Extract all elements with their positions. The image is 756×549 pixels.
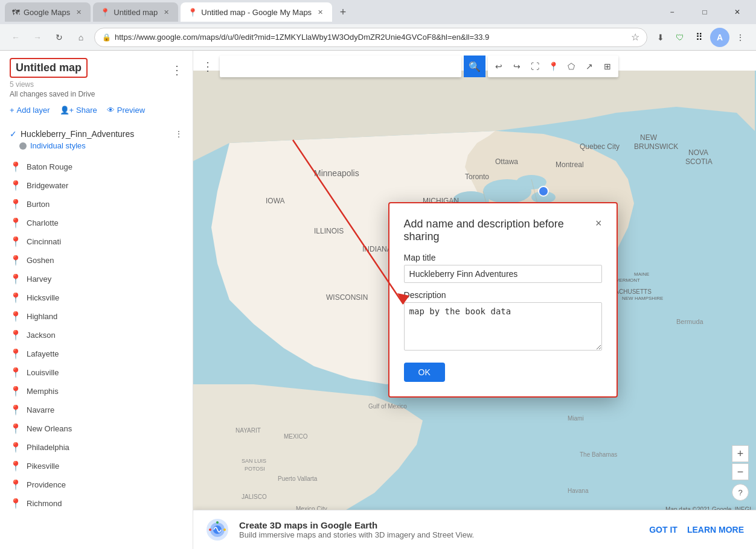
location-name: Cincinnati xyxy=(27,237,61,246)
pin-icon: 📍 xyxy=(10,273,22,285)
location-name: Baton Rouge xyxy=(27,162,72,171)
style-row[interactable]: Individual styles xyxy=(10,139,183,153)
apps-icon[interactable]: ⠿ xyxy=(691,29,708,46)
pin-icon: 📍 xyxy=(10,311,22,322)
list-item[interactable]: 📍 Navarre xyxy=(0,401,193,419)
list-item[interactable]: 📍 Charlotte xyxy=(0,214,193,232)
redo-tool[interactable]: ↪ xyxy=(508,58,525,75)
list-item[interactable]: 📍 Memphis xyxy=(0,382,193,401)
url-text: https://www.google.com/maps/d/u/0/edit?m… xyxy=(115,33,489,42)
forward-button[interactable]: → xyxy=(29,29,46,46)
list-item[interactable]: 📍 Philadelphia xyxy=(0,438,193,457)
list-item[interactable]: 📍 Burton xyxy=(0,195,193,214)
profile-avatar[interactable]: A xyxy=(710,28,729,47)
minimize-button[interactable]: − xyxy=(658,2,686,22)
tab-untitled-map-active[interactable]: 📍 Untitled map - Google My Maps ✕ xyxy=(181,2,332,22)
pin-icon: 📍 xyxy=(10,423,22,434)
style-icon xyxy=(19,142,27,150)
description-textarea[interactable]: map by the book data xyxy=(404,302,602,351)
layer-section: ✓ Huckleberry_Finn_Adventures ⋮ Individu… xyxy=(0,124,193,157)
list-item[interactable]: 📍 Louisville xyxy=(0,363,193,382)
svg-text:Montreal: Montreal xyxy=(556,160,584,169)
notification-actions: GOT IT LEARN MORE xyxy=(649,525,744,535)
close-button[interactable]: ✕ xyxy=(723,2,751,22)
downloads-icon[interactable]: ⬇ xyxy=(652,29,669,46)
list-item[interactable]: 📍 Jackson xyxy=(0,326,193,344)
zoom-in-button[interactable]: + xyxy=(732,445,749,462)
pin-tool[interactable]: 📍 xyxy=(545,58,562,75)
reload-button[interactable]: ↻ xyxy=(51,29,68,46)
location-name: Louisville xyxy=(27,368,59,377)
got-it-button[interactable]: GOT IT xyxy=(649,525,678,535)
preview-button[interactable]: 👁 Preview xyxy=(107,106,145,115)
location-name: Bridgewater xyxy=(27,181,68,190)
list-item[interactable]: 📍 Baton Rouge xyxy=(0,157,193,176)
undo-tool[interactable]: ↩ xyxy=(490,58,507,75)
svg-text:Miami: Miami xyxy=(568,415,584,422)
svg-text:ILLINOIS: ILLINOIS xyxy=(314,227,344,235)
location-name: Highland xyxy=(27,312,57,321)
home-button[interactable]: ⌂ xyxy=(72,29,89,46)
maximize-button[interactable]: □ xyxy=(691,2,719,22)
extensions-icon[interactable]: 🛡 xyxy=(671,29,688,46)
bookmark-icon[interactable]: ☆ xyxy=(631,31,639,43)
add-layer-button[interactable]: + Add layer xyxy=(10,106,50,115)
pin-icon: 📍 xyxy=(10,217,22,229)
map-menu-btn[interactable]: ⋮ xyxy=(198,57,217,76)
map-title-input[interactable] xyxy=(404,265,602,283)
list-item[interactable]: 📍 Lafayette xyxy=(0,344,193,363)
pin-icon: 📍 xyxy=(10,255,22,266)
tab-close-2[interactable]: ✕ xyxy=(161,7,171,17)
measure-tool[interactable]: ⊞ xyxy=(599,58,616,75)
tab-google-maps[interactable]: 🗺 Google Maps ✕ xyxy=(5,2,91,22)
tab-close-3[interactable]: ✕ xyxy=(315,7,325,17)
list-item[interactable]: 📍 Highland xyxy=(0,307,193,326)
list-item[interactable]: 📍 Harvey xyxy=(0,270,193,288)
new-tab-button[interactable]: + xyxy=(335,4,351,21)
tab-close-1[interactable]: ✕ xyxy=(74,7,83,17)
location-list: 📍 Baton Rouge 📍 Bridgewater 📍 Burton 📍 C… xyxy=(0,157,193,549)
map-area[interactable]: Minneapolis IOWA ILLINOIS INDIANA OHIO M… xyxy=(193,51,756,549)
share-button[interactable]: 👤+ Share xyxy=(60,106,97,115)
map-search-bar xyxy=(220,56,461,77)
list-item[interactable]: 📍 Pikesville xyxy=(0,457,193,475)
learn-more-button[interactable]: LEARN MORE xyxy=(687,525,744,535)
layer-header: ✓ Huckleberry_Finn_Adventures ⋮ xyxy=(10,129,183,139)
dialog-header: Add name and description before sharing … xyxy=(404,218,602,243)
map-search-input[interactable] xyxy=(225,62,456,71)
ok-button[interactable]: OK xyxy=(404,363,445,382)
layer-options-icon[interactable]: ⋮ xyxy=(175,129,183,139)
url-bar[interactable]: 🔒 https://www.google.com/maps/d/u/0/edit… xyxy=(94,28,647,47)
menu-icon[interactable]: ⋮ xyxy=(732,29,749,46)
layer-name: Huckleberry_Finn_Adventures xyxy=(21,129,134,139)
select-tool[interactable]: ⛶ xyxy=(527,58,543,75)
list-item[interactable]: 📍 Richmond xyxy=(0,494,193,513)
back-button[interactable]: ← xyxy=(7,29,24,46)
zoom-out-button[interactable]: − xyxy=(732,463,749,480)
location-name: Navarre xyxy=(27,405,54,414)
route-tool[interactable]: ↗ xyxy=(581,58,598,75)
sidebar: Untitled map 5 views All changes saved i… xyxy=(0,51,193,549)
svg-text:Toronto: Toronto xyxy=(465,173,489,181)
window-controls: − □ ✕ xyxy=(658,2,751,22)
tab-untitled-map-1[interactable]: 📍 Untitled map ✕ xyxy=(93,2,178,22)
help-button[interactable]: ? xyxy=(732,484,749,501)
dialog-footer: OK xyxy=(404,363,602,382)
polygon-tool[interactable]: ⬠ xyxy=(563,58,580,75)
sidebar-menu-icon[interactable]: ⋮ xyxy=(171,58,183,77)
map-title[interactable]: Untitled map xyxy=(10,58,88,78)
pin-icon: 📍 xyxy=(10,161,22,173)
layer-checkbox[interactable]: ✓ xyxy=(10,129,17,139)
svg-point-68 xyxy=(216,521,219,524)
dialog-close-button[interactable]: × xyxy=(595,218,602,229)
map-search-button[interactable]: 🔍 xyxy=(464,56,485,77)
address-bar: ← → ↻ ⌂ 🔒 https://www.google.com/maps/d/… xyxy=(0,24,756,51)
list-item[interactable]: 📍 Cincinnati xyxy=(0,232,193,251)
list-item[interactable]: 📍 New Orleans xyxy=(0,419,193,438)
tab-favicon-1: 🗺 xyxy=(12,8,20,17)
list-item[interactable]: 📍 Bridgewater xyxy=(0,176,193,195)
svg-text:MAINE: MAINE xyxy=(634,271,649,277)
list-item[interactable]: 📍 Goshen xyxy=(0,251,193,270)
list-item[interactable]: 📍 Hicksville xyxy=(0,288,193,307)
list-item[interactable]: 📍 Providence xyxy=(0,475,193,494)
